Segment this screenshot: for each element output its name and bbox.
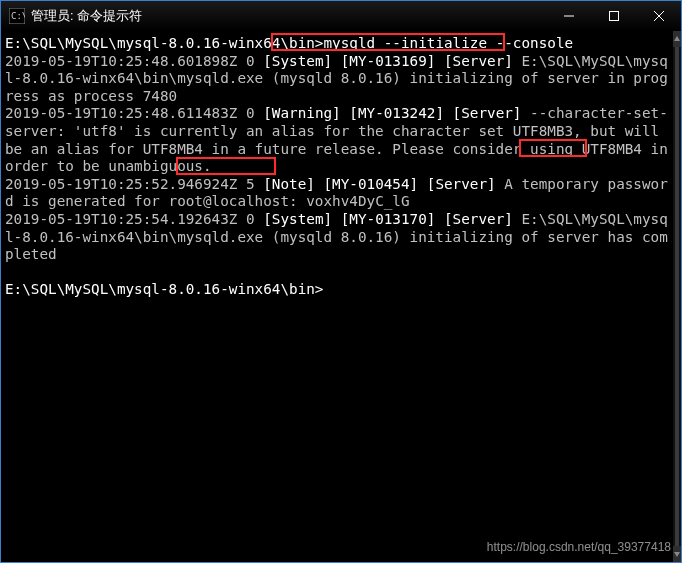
output-line: A temporary <box>496 176 608 192</box>
generated-password: voxhv4DyC_lG <box>306 193 409 209</box>
prompt: E:\SQL\MySQL\mysql-8.0.16-winx64\bin> <box>5 35 323 51</box>
command-prompt-window: C:\ 管理员: 命令提示符 E:\SQL\MySQL\mysql-8.0.16… <box>0 0 682 563</box>
prompt: E:\SQL\MySQL\mysql-8.0.16-winx64\bin> <box>5 281 323 297</box>
output-tag: [System] [MY-013170] [Server] <box>263 211 513 227</box>
output-line: 2019-05-19T10:25:52.946924Z 5 <box>5 176 263 192</box>
cmd-icon: C:\ <box>9 8 25 24</box>
scroll-track[interactable] <box>673 47 681 546</box>
svg-marker-7 <box>674 552 680 557</box>
minimize-button[interactable] <box>546 1 591 31</box>
svg-text:C:\: C:\ <box>11 11 25 21</box>
output-tag: [Note] [MY-010454] [Server] <box>263 176 495 192</box>
scroll-down-button[interactable] <box>673 546 681 562</box>
maximize-button[interactable] <box>591 1 636 31</box>
svg-marker-6 <box>674 36 680 41</box>
typed-command: mysqld --initialize --console <box>323 35 573 51</box>
output-tag: [Warning] [MY-013242] [Server] <box>263 105 521 121</box>
scroll-thumb[interactable] <box>675 47 679 546</box>
output-line: 2019-05-19T10:25:54.192643Z 0 <box>5 211 263 227</box>
vertical-scrollbar[interactable] <box>673 31 681 562</box>
terminal-area: E:\SQL\MySQL\mysql-8.0.16-winx64\bin>mys… <box>1 31 681 562</box>
output-line: is generated for root@localhost: <box>14 193 307 209</box>
output-line: 2019-05-19T10:25:48.611483Z 0 <box>5 105 263 121</box>
terminal-output[interactable]: E:\SQL\MySQL\mysql-8.0.16-winx64\bin>mys… <box>1 31 673 562</box>
svg-rect-3 <box>609 12 618 21</box>
output-line: 2019-05-19T10:25:48.601898Z 0 <box>5 53 263 69</box>
output-tag: [System] [MY-013169] [Server] <box>263 53 513 69</box>
titlebar[interactable]: C:\ 管理员: 命令提示符 <box>1 1 681 31</box>
close-button[interactable] <box>636 1 681 31</box>
scroll-up-button[interactable] <box>673 31 681 47</box>
window-title: 管理员: 命令提示符 <box>31 8 142 25</box>
